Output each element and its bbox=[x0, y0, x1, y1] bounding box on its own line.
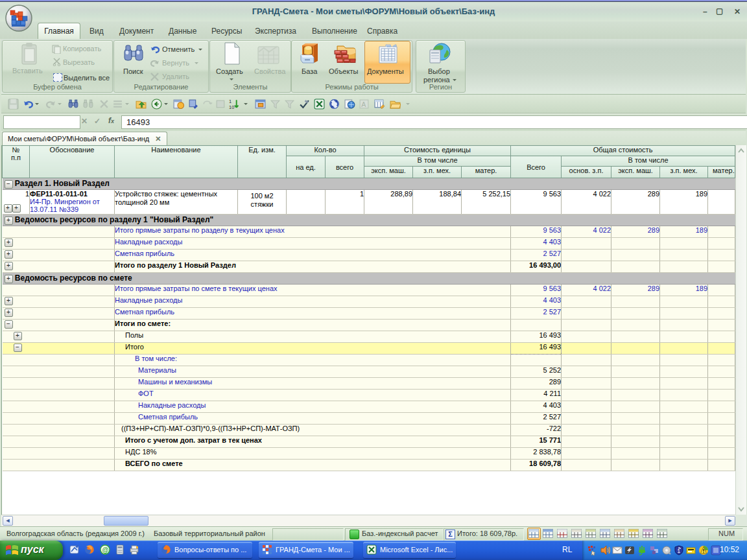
svg-text:A: A bbox=[361, 100, 366, 108]
svg-text:@: @ bbox=[102, 546, 109, 554]
svg-text:10: 10 bbox=[229, 104, 234, 110]
